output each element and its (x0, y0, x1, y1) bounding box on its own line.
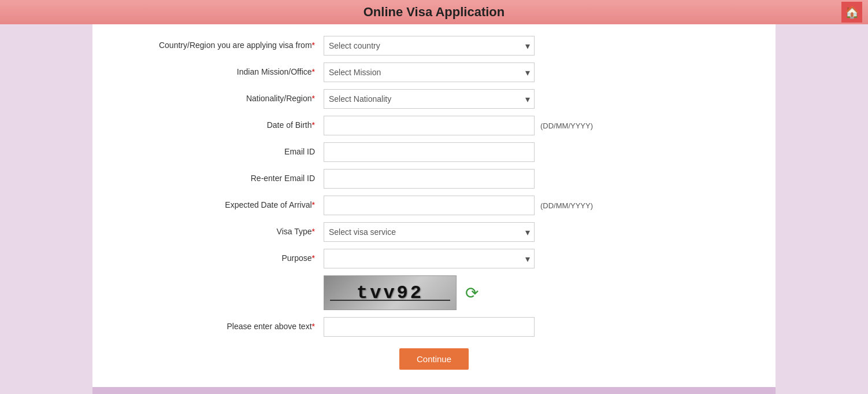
mission-label: Indian Mission/Office* (116, 67, 324, 78)
continue-button[interactable]: Continue (399, 348, 469, 370)
email-label: Email ID (116, 146, 324, 158)
arrival-input[interactable] (324, 196, 535, 215)
captcha-row: tvv92 ⟳ (116, 275, 752, 310)
dob-label: Date of Birth* (116, 120, 324, 131)
nationality-select-wrapper: Select Nationality (324, 89, 535, 109)
top-header: Online Visa Application 🏠 (0, 0, 868, 24)
captcha-input[interactable] (324, 317, 535, 337)
dob-hint: (DD/MM/YYYY) (540, 121, 593, 130)
continue-row: Continue (116, 348, 752, 370)
mission-select[interactable]: Select Mission (324, 62, 535, 82)
main-form-container: Country/Region you are applying visa fro… (92, 24, 776, 387)
dob-row: Date of Birth* (DD/MM/YYYY) (116, 116, 752, 135)
email-input[interactable] (324, 142, 535, 162)
purpose-label: Purpose* (116, 253, 324, 264)
visa-type-select-wrapper: Select visa service (324, 222, 535, 242)
purpose-row: Purpose* (116, 249, 752, 268)
re-email-label: Re-enter Email ID (116, 173, 324, 185)
visa-type-label: Visa Type* (116, 226, 324, 238)
arrival-hint: (DD/MM/YYYY) (540, 201, 593, 210)
country-select[interactable]: Select country (324, 36, 535, 56)
mission-select-wrapper: Select Mission (324, 62, 535, 82)
arrival-label: Expected Date of Arrival* (116, 200, 324, 211)
captcha-input-row: Please enter above text* (116, 317, 752, 337)
dob-input[interactable] (324, 116, 535, 135)
re-email-input[interactable] (324, 169, 535, 189)
arrival-row: Expected Date of Arrival* (DD/MM/YYYY) (116, 196, 752, 215)
re-email-row: Re-enter Email ID (116, 169, 752, 189)
captcha-refresh-icon[interactable]: ⟳ (465, 283, 478, 303)
purpose-select[interactable] (324, 249, 535, 268)
email-row: Email ID (116, 142, 752, 162)
captcha-image: tvv92 (324, 275, 457, 310)
captcha-input-label: Please enter above text* (116, 321, 324, 333)
nationality-row: Nationality/Region* Select Nationality (116, 89, 752, 109)
country-select-wrapper: Select country (324, 36, 535, 56)
country-label: Country/Region you are applying visa fro… (116, 40, 324, 51)
bottom-footer: Online Visa Application (92, 387, 776, 394)
mission-row: Indian Mission/Office* Select Mission (116, 62, 752, 82)
visa-type-row: Visa Type* Select visa service (116, 222, 752, 242)
nationality-label: Nationality/Region* (116, 93, 324, 105)
visa-type-select[interactable]: Select visa service (324, 222, 535, 242)
page-title: Online Visa Application (0, 5, 868, 20)
captcha-text: tvv92 (357, 282, 424, 304)
home-icon[interactable]: 🏠 (841, 2, 862, 23)
nationality-select[interactable]: Select Nationality (324, 89, 535, 109)
purpose-select-wrapper (324, 249, 535, 268)
country-row: Country/Region you are applying visa fro… (116, 36, 752, 56)
